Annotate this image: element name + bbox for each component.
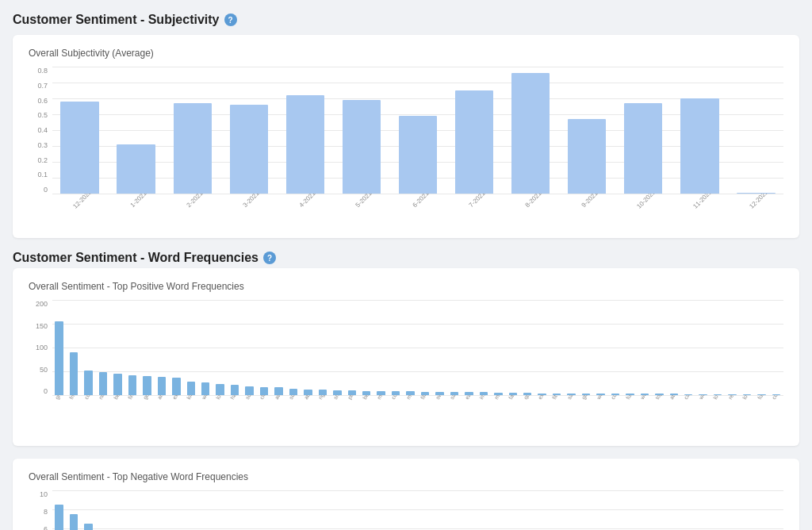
word-freq-bar [435, 392, 443, 395]
word-freq-bar [55, 321, 63, 395]
word-x-label: right [317, 395, 329, 413]
y-axis-label: 0 [29, 387, 48, 395]
subjectivity-bar [568, 119, 606, 194]
word-x-label: super [288, 395, 300, 413]
word-freq-bar [245, 386, 253, 395]
y-axis-label: 0.7 [29, 82, 48, 90]
x-axis-label: 4-2021 [298, 194, 330, 221]
word-x-label: satisfied [566, 395, 578, 413]
word-freq-bar [55, 505, 63, 530]
word-bar-group [433, 300, 446, 395]
word-bar-group [52, 490, 66, 530]
word-x-label: first [127, 395, 139, 413]
positive-word-freq-card: Overall Sentiment - Top Positive Word Fr… [13, 268, 799, 446]
word-x-label: nice [98, 395, 109, 413]
word-bar-group [67, 490, 80, 530]
word-freq-bar [304, 390, 312, 395]
word-x-label: willing [698, 395, 710, 413]
section2-help-icon[interactable]: ? [263, 252, 276, 264]
bar-group [560, 67, 615, 194]
word-x-label: calm [683, 395, 695, 413]
word-bar-group [623, 490, 637, 530]
word-x-label: full [625, 395, 637, 413]
word-bar-group [681, 300, 695, 395]
word-x-label: smile [332, 395, 344, 413]
word-bar-group [608, 300, 622, 395]
word-bar-group [681, 490, 695, 530]
y-axis-label: 6 [29, 525, 48, 530]
word-freq-bar [362, 391, 370, 395]
word-freq-bar [626, 394, 634, 395]
word-x-label: attentive [668, 395, 680, 413]
bar-group [729, 67, 783, 194]
word-bar-group [769, 300, 783, 395]
word-bar-group [184, 300, 197, 395]
word-bar-group [243, 490, 256, 530]
word-bar-group [740, 490, 753, 530]
word-x-label: sure [244, 395, 256, 413]
word-bar-group [594, 300, 607, 395]
x-axis-label: 12-2021 [748, 194, 782, 222]
word-bar-group [418, 300, 431, 395]
word-bar-group [184, 490, 197, 530]
bar-group [52, 67, 107, 194]
word-x-label: courteous [390, 395, 402, 413]
word-freq-bar [231, 385, 239, 395]
negative-word-freq-card: Overall Sentiment - Top Negative Word Fr… [13, 459, 799, 530]
word-x-label: lovely [741, 395, 753, 413]
word-freq-bar [187, 382, 195, 395]
word-bar-group [521, 490, 534, 530]
positive-chart-body: greatfriendlycomfortablenicebestfirstgoo… [52, 300, 783, 430]
word-bar-group [550, 300, 563, 395]
word-freq-bar [274, 387, 282, 395]
word-bar-group [447, 300, 461, 395]
word-x-label: respectful [727, 395, 739, 413]
word-x-label: comfortable [83, 395, 95, 413]
word-bar-group [272, 300, 285, 395]
subjectivity-y-axis: 0.80.70.60.50.40.30.20.10 [29, 67, 51, 194]
word-x-label: good [142, 395, 154, 413]
word-bar-group [740, 300, 753, 395]
word-bar-group [726, 490, 739, 530]
bar-group [278, 67, 332, 194]
word-x-label: funny [756, 395, 768, 413]
negative-chart-title: Overall Sentiment - Top Negative Word Fr… [29, 471, 783, 482]
y-axis-label: 200 [29, 300, 48, 308]
word-freq-bar [201, 382, 209, 395]
subjectivity-bar [117, 144, 155, 194]
word-bar-group [477, 490, 490, 530]
word-bar-group [667, 490, 680, 530]
word-bar-group [125, 490, 139, 530]
word-bar-group [170, 300, 183, 395]
section1-help-icon[interactable]: ? [224, 13, 237, 26]
word-bar-group [331, 490, 344, 530]
bar-group [221, 67, 276, 194]
word-bar-group [565, 490, 578, 530]
word-bar-group [345, 490, 358, 530]
y-axis-label: 0.8 [29, 67, 48, 75]
word-bar-group [769, 490, 783, 530]
word-freq-bar [84, 371, 92, 395]
word-bar-group [404, 490, 417, 530]
word-x-label: amazing [156, 395, 168, 413]
word-freq-bar [772, 394, 780, 395]
y-axis-label: 0.4 [29, 126, 48, 134]
word-freq-bar [641, 394, 649, 395]
word-bar-group [125, 300, 139, 395]
bar-group [334, 67, 389, 194]
word-bar-group [360, 300, 373, 395]
word-freq-bar [158, 377, 166, 395]
word-bar-group [696, 490, 710, 530]
word-x-label: confident [771, 395, 783, 413]
subjectivity-bar [60, 102, 98, 194]
negative-chart-area: 1086420 fewpastbaddueuncomfortableterrib… [29, 490, 783, 530]
word-bar-group [213, 300, 227, 395]
word-bar-group [638, 300, 651, 395]
word-freq-bar [699, 394, 707, 395]
word-bar-group [653, 300, 666, 395]
word-freq-bar [655, 394, 663, 395]
x-axis-label: 10-2021 [635, 194, 669, 222]
word-bar-group [228, 300, 241, 395]
word-freq-bar [538, 394, 546, 395]
positive-chart-title: Overall Sentiment - Top Positive Word Fr… [29, 281, 783, 292]
